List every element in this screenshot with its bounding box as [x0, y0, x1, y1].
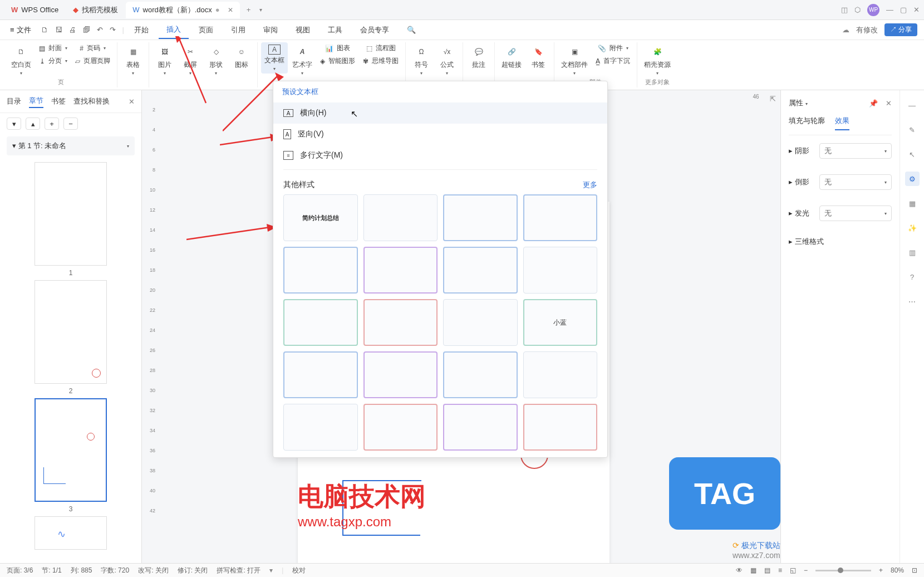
maximize-icon[interactable]: ▢ — [900, 6, 907, 14]
textbox-multiline-item[interactable]: ≡ 多行文字(M) — [273, 145, 607, 166]
hyperlink-button[interactable]: 🔗超链接 — [498, 42, 525, 72]
zoom-slider[interactable] — [815, 570, 871, 571]
style-card[interactable] — [363, 351, 438, 398]
style-card[interactable] — [363, 247, 438, 294]
docparts-tool-icon[interactable]: ▦ — [905, 196, 920, 211]
status-track[interactable]: 修订: 关闭 — [178, 566, 208, 575]
symbol-button[interactable]: Ω符号▾ — [409, 42, 434, 78]
file-menu-button[interactable]: ≡ 文件 — [7, 23, 35, 37]
close-icon[interactable]: ✕ — [228, 6, 233, 14]
magic-tool-icon[interactable]: ✨ — [905, 221, 920, 235]
chart-button[interactable]: 📊图表 — [317, 42, 358, 54]
tab-menu-button[interactable]: ▾ — [256, 7, 266, 13]
page-number-button[interactable]: #页码▾ — [72, 42, 114, 54]
minimize-icon[interactable]: — — [886, 6, 893, 14]
thumb-page-2[interactable] — [35, 280, 107, 384]
expand-tool[interactable]: ▾ — [7, 118, 21, 130]
panel-tab-bookmarks[interactable]: 书签 — [51, 95, 66, 107]
bookmark-button[interactable]: 🔖书签 — [526, 42, 551, 72]
view-print-icon[interactable]: ▦ — [750, 566, 756, 574]
blank-page-button[interactable]: 🗋 空白页▾ — [8, 42, 35, 78]
comment-button[interactable]: 💬批注 — [466, 42, 491, 72]
panel-tab-sections[interactable]: 章节 — [29, 95, 43, 108]
status-words[interactable]: 字数: 720 — [101, 566, 129, 575]
search-icon[interactable]: 🔍 — [399, 26, 424, 34]
status-page[interactable]: 页面: 3/6 — [7, 566, 33, 575]
cover-button[interactable]: ▤封面▾ — [36, 42, 71, 54]
style-card[interactable] — [283, 247, 358, 294]
print-icon[interactable]: 🖨 — [69, 26, 76, 34]
menu-member[interactable]: 会员专享 — [352, 22, 397, 38]
textbox-vertical-item[interactable]: A 竖向(V) — [273, 124, 607, 145]
attachment-button[interactable]: 📎附件▾ — [592, 42, 633, 54]
tab-wps-home[interactable]: W WPS Office — [4, 2, 65, 18]
pin-icon[interactable]: 📌 — [869, 99, 878, 107]
save-icon[interactable]: 🖫 — [55, 26, 62, 34]
close-window-icon[interactable]: ✕ — [913, 6, 920, 14]
menu-start[interactable]: 开始 — [126, 22, 156, 38]
style-card[interactable] — [363, 194, 438, 241]
settings-tool-icon[interactable]: ⚙ — [905, 172, 920, 186]
header-footer-button[interactable]: ▱页眉页脚 — [72, 55, 114, 67]
style-card[interactable] — [443, 351, 518, 398]
status-proof[interactable]: 校对 — [292, 566, 306, 575]
collapse-ruler-icon[interactable]: ⇱ — [770, 95, 776, 103]
shadow-select[interactable]: 无▾ — [819, 143, 892, 159]
tab-fill-outline[interactable]: 填充与轮廓 — [789, 116, 825, 130]
style-card[interactable] — [443, 247, 518, 294]
select-tool-icon[interactable]: ↖ — [905, 147, 920, 162]
style-card[interactable] — [283, 351, 358, 398]
textbox-button[interactable]: A文本框▾ — [261, 42, 288, 74]
thumb-page-4[interactable]: ∿ — [35, 516, 107, 550]
style-card[interactable] — [283, 404, 358, 451]
close-panel-icon[interactable]: ✕ — [886, 99, 892, 107]
collapse-right-icon[interactable]: — — [905, 98, 920, 113]
vertical-ruler[interactable]: 24681012141618202224262830323436384042 — [146, 107, 158, 563]
equation-button[interactable]: √x公式▾ — [435, 42, 459, 78]
tab-effects[interactable]: 效果 — [835, 116, 849, 130]
help-tool-icon[interactable]: ? — [905, 270, 920, 284]
docparts-button[interactable]: ▣文档部件▾ — [558, 42, 591, 78]
textbox-horizontal-item[interactable]: A 横向(H) — [273, 102, 607, 124]
status-overwrite[interactable]: 改写: 关闭 — [138, 566, 169, 575]
undo-icon[interactable]: ↶ — [97, 26, 103, 34]
row-3d[interactable]: ▸ 三维格式 — [789, 229, 892, 255]
smartart-button[interactable]: ◈智能图形 — [317, 55, 358, 67]
style-card[interactable] — [443, 299, 518, 346]
style-card[interactable] — [443, 194, 518, 241]
add-tool[interactable]: + — [45, 118, 59, 130]
new-tab-button[interactable]: + — [241, 6, 257, 14]
panel-tab-find[interactable]: 查找和替换 — [73, 95, 110, 107]
new-icon[interactable]: 🗋 — [41, 26, 48, 34]
zoom-out-icon[interactable]: − — [804, 566, 808, 574]
table-button[interactable]: ▦ 表格▾ — [121, 42, 145, 78]
view-outline-icon[interactable]: ≡ — [778, 566, 782, 574]
style-tool-icon[interactable]: ✎ — [905, 123, 920, 137]
more-tool-icon[interactable]: ⋯ — [905, 294, 920, 309]
style-card[interactable] — [443, 404, 518, 451]
view-read-icon[interactable]: 👁 — [736, 566, 743, 574]
cube-icon[interactable]: ⬡ — [854, 6, 861, 14]
panel-tab-toc[interactable]: 目录 — [7, 95, 21, 107]
share-button[interactable]: ↗ 分享 — [884, 23, 917, 36]
dropcap-button[interactable]: A̲首字下沉 — [592, 55, 633, 67]
menu-reference[interactable]: 引用 — [223, 22, 253, 38]
style-card[interactable] — [283, 299, 358, 346]
thumb-page-3[interactable] — [35, 398, 107, 502]
style-card[interactable] — [523, 194, 598, 241]
remove-tool[interactable]: − — [63, 118, 78, 130]
section-header[interactable]: ▾ 第 1 节: 未命名 ▾ — [7, 136, 135, 155]
menu-tools[interactable]: 工具 — [320, 22, 350, 38]
collapse-tool[interactable]: ▴ — [26, 118, 40, 130]
style-card[interactable] — [523, 247, 598, 294]
mindmap-button[interactable]: ✾思维导图 — [360, 55, 402, 67]
tab-document[interactable]: W word教程（新）.docx ● ✕ — [126, 2, 239, 18]
layout-icon[interactable]: ◫ — [841, 6, 848, 14]
zoom-fit-icon[interactable]: ⊡ — [912, 566, 917, 574]
status-spell[interactable]: 拼写检查: 打开 — [217, 566, 261, 575]
style-card[interactable] — [363, 299, 438, 346]
menu-review[interactable]: 审阅 — [255, 22, 286, 38]
reflection-select[interactable]: 无▾ — [819, 174, 892, 190]
view-web-icon[interactable]: ▤ — [764, 566, 770, 574]
cloud-sync-icon[interactable]: ☁ — [842, 26, 849, 34]
